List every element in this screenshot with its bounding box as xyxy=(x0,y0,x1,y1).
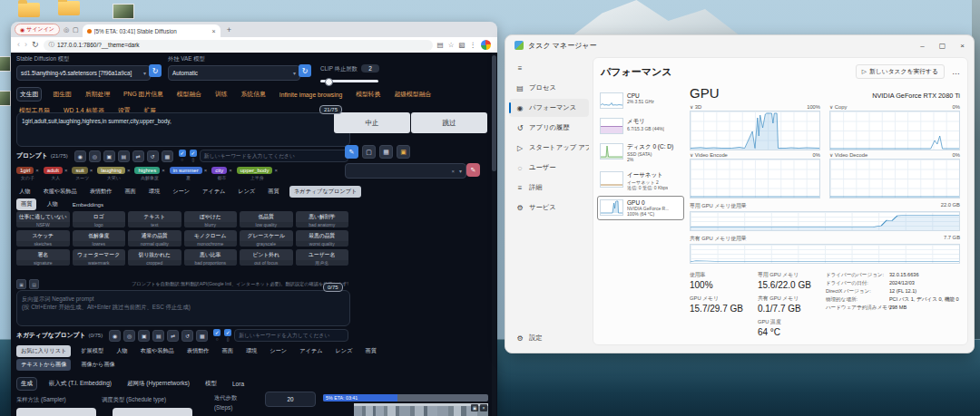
tag-subcategory-tab[interactable]: Embeddings xyxy=(68,199,108,209)
keyword-input[interactable]: 新しいキーワードを入力してください xyxy=(200,150,348,162)
generate-tab[interactable]: 超网络 (Hypernetworks) xyxy=(123,378,193,390)
generate-tab[interactable]: 生成 xyxy=(16,377,37,391)
negative-tag-button[interactable]: ロゴ logo xyxy=(73,211,126,227)
negative-tool-icon[interactable]: ▦ xyxy=(196,330,208,342)
clip-skip-slider[interactable] xyxy=(320,80,378,82)
model-refresh-button[interactable]: ↻ xyxy=(149,64,162,77)
sampler-dropdown[interactable] xyxy=(16,408,96,416)
negative-tool-icon[interactable]: ◉ xyxy=(109,330,121,342)
checkbox-checked-icon[interactable]: ✓ xyxy=(179,150,186,157)
steps-input[interactable]: 20 xyxy=(265,392,316,407)
negative-tag-button[interactable]: ピント外れ out of focus xyxy=(240,249,293,266)
main-tab[interactable]: 后期处理 xyxy=(83,88,113,101)
bookmark-star-icon[interactable]: ☆ xyxy=(448,41,455,49)
negative-tool-icon[interactable]: ◎ xyxy=(123,330,135,342)
negative-tag-button[interactable]: スケッチ sketches xyxy=(16,230,70,247)
browser-menu-icon[interactable]: ⋮ xyxy=(470,41,477,49)
apply-style-button[interactable]: ✎ xyxy=(466,163,480,177)
tab-close-icon[interactable]: × xyxy=(212,28,216,34)
prompt-chip[interactable]: suit スーツ xyxy=(72,167,93,180)
close-icon[interactable]: × xyxy=(960,42,965,50)
extensions-icon[interactable]: ▧ xyxy=(458,41,465,49)
prompt-tool-icon[interactable]: ⇄ xyxy=(132,150,144,162)
tag-color-icon[interactable]: ▣ xyxy=(16,279,26,289)
negative-tool-icon[interactable]: ▤ xyxy=(152,330,164,342)
negative-tag-button[interactable]: 悪い比率 bad proportions xyxy=(184,249,238,266)
prompt-tool-icon[interactable]: ▣ xyxy=(103,150,115,162)
prompt-chip[interactable]: in summer 夏 xyxy=(170,167,208,180)
main-tab[interactable]: 模型转换 xyxy=(353,88,383,101)
favorites-tab[interactable]: レンズ xyxy=(332,345,355,357)
profile-avatar[interactable] xyxy=(481,40,491,50)
prompt-tool-icon[interactable]: ▦ xyxy=(162,150,173,162)
paintbrush-icon[interactable]: ✎ xyxy=(345,145,358,159)
clear-icon[interactable]: × xyxy=(451,169,455,174)
main-tab[interactable]: 图生图 xyxy=(50,88,74,101)
side-panel-icon[interactable]: ▤ xyxy=(437,41,444,49)
favorites-tab[interactable]: 衣服や装飾品 xyxy=(138,345,177,357)
mode-tab[interactable]: 画像から画像 xyxy=(76,359,119,371)
expand-preview-icon[interactable]: ▣ xyxy=(471,404,478,411)
address-bar[interactable]: ⓘ 127.0.0.1:7860/?__theme=dark xyxy=(44,40,433,51)
generate-tab[interactable]: Lora xyxy=(229,379,248,389)
prompt-tool-icon[interactable]: ▤ xyxy=(118,150,130,162)
prompt-togg[interactable]: ✓ ○ xyxy=(179,150,186,162)
site-info-icon[interactable]: ⓘ xyxy=(49,41,55,49)
prompt-textarea[interactable]: 1girl,adult,suit,laughing,highres,in sum… xyxy=(16,112,350,147)
main-tab[interactable]: 超级模型融合 xyxy=(391,88,434,101)
prompt-tool-icon[interactable]: ↺ xyxy=(147,150,159,162)
window-restore-icon[interactable]: ▢ xyxy=(73,26,79,34)
tag-category-tab[interactable]: 人物 xyxy=(16,186,33,198)
negative-togg[interactable]: ✓ ○ xyxy=(213,329,220,342)
main-tab[interactable]: 模型融合 xyxy=(174,88,204,101)
style-multiselect[interactable]: × xyxy=(345,163,466,179)
nav-item-settings[interactable]: ⚙ 設定 xyxy=(509,329,589,347)
schedule-dropdown[interactable] xyxy=(113,408,192,416)
negative-tag-button[interactable]: 最悪の品質 worst quality xyxy=(296,230,349,247)
nav-item[interactable]: ◌ ユーザー xyxy=(509,159,589,177)
desktop-image-icon[interactable] xyxy=(0,91,11,106)
desktop-image-icon[interactable] xyxy=(113,4,134,19)
negative-tag-button[interactable]: 仕事に適していない NSFW xyxy=(16,211,70,227)
prompt-chip[interactable]: 1girl 女の子 xyxy=(16,167,39,180)
prompt-tool-icon[interactable]: ◉ xyxy=(74,150,86,162)
more-options-icon[interactable]: … xyxy=(952,67,960,76)
checkbox-checked-icon[interactable]: ✓ xyxy=(190,150,197,157)
tag-category-tab[interactable]: アイテム xyxy=(200,186,228,198)
favorites-tab[interactable]: 扩展模型 xyxy=(78,345,106,357)
tag-subcategory-tab[interactable]: 人物 xyxy=(42,198,62,210)
negative-tag-button[interactable]: ぼやけた blurry xyxy=(184,211,238,227)
prompt-chip[interactable]: city 都市 xyxy=(211,167,232,180)
translate-icon[interactable]: ▤ xyxy=(29,279,39,289)
back-icon[interactable]: ‹ xyxy=(17,41,20,49)
favorites-tab[interactable]: 画質 xyxy=(362,345,378,357)
tag-category-tab[interactable]: 衣服や装飾品 xyxy=(40,186,79,198)
new-tab-button[interactable]: + xyxy=(227,25,231,34)
nav-item[interactable]: ≡ 詳細 xyxy=(509,179,589,197)
tag-category-tab[interactable]: シーン xyxy=(170,186,192,198)
negative-prompt-textarea[interactable]: 反向提示词 Negative prompt (按 Ctrl+Enter 开始生成… xyxy=(16,290,350,326)
negative-tag-button[interactable]: ユーザー名 用户名 xyxy=(296,249,349,266)
nav-item[interactable]: ⚙ サービス xyxy=(509,198,589,217)
tag-category-tab[interactable]: 画面 xyxy=(122,186,138,198)
browser-tab[interactable]: [5% ETA: 03:41] Stable Diffusion × xyxy=(83,24,220,37)
generate-tab[interactable]: 模型 xyxy=(201,378,220,390)
negative-tag-button[interactable]: 悪い解剖学 bad anatomy xyxy=(296,211,349,227)
favorites-tab[interactable]: 環境 xyxy=(243,345,260,357)
minimize-icon[interactable]: – xyxy=(920,42,924,50)
negative-tag-button[interactable]: テキスト text xyxy=(128,211,181,227)
perf-item-memory[interactable]: メモリ 6.7/15.3 GB (44%) xyxy=(597,114,684,138)
page-scrollbar-thumb[interactable] xyxy=(492,55,496,171)
tag-category-tab[interactable]: 表情動作 xyxy=(87,186,115,198)
clip-skip-slider-knob[interactable] xyxy=(325,78,333,86)
vae-refresh-button[interactable]: ↻ xyxy=(299,64,311,77)
run-new-task-button[interactable]: ▷ 新しいタスクを実行する xyxy=(856,64,945,79)
nav-item[interactable]: ↺ アプリの履歴 xyxy=(509,119,589,137)
perf-item-gpu[interactable]: GPU 0 NVIDIA GeForce R... 100% (64 °C) xyxy=(597,196,684,220)
nav-item[interactable]: ▤ プロセス xyxy=(509,79,589,97)
trash-icon[interactable]: ▦ xyxy=(379,145,393,159)
favorites-tab[interactable]: お気に入りリスト xyxy=(16,345,71,357)
negative-tag-button[interactable]: モノクローム monochrome xyxy=(184,230,238,247)
blank-canvas-icon[interactable]: ▢ xyxy=(362,145,376,159)
tag-category-tab[interactable]: 画質 xyxy=(265,186,281,198)
